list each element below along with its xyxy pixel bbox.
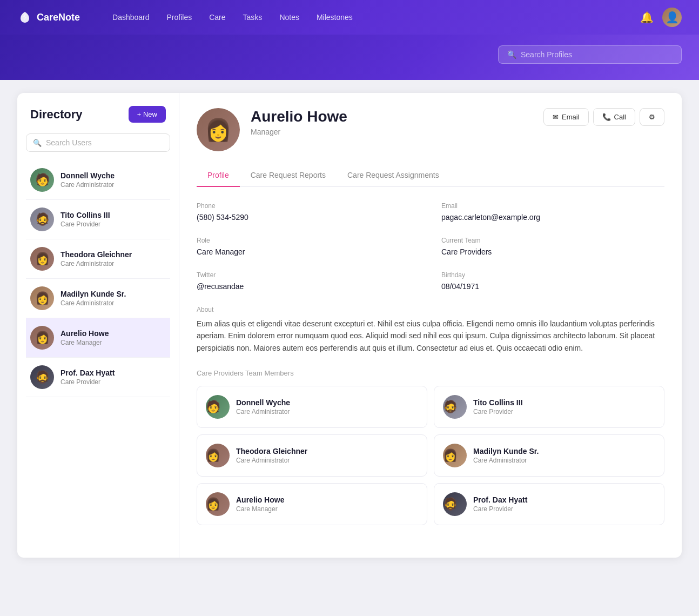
about-section: About Eum alias quis et eligendi vitae d…	[197, 306, 664, 354]
profile-name-area: Aurelio Howe Manager	[251, 108, 543, 136]
user-name: Donnell Wyche	[61, 171, 115, 180]
team-card[interactable]: 🧑 Donnell Wyche Care Administrator	[197, 386, 427, 428]
search-icon: 🔍	[507, 50, 516, 59]
sidebar-title: Directory	[30, 108, 83, 122]
search-profiles-box[interactable]: 🔍	[498, 45, 682, 64]
team-info: Donnell Wyche Care Administrator	[236, 398, 290, 416]
nav-care[interactable]: Care	[209, 13, 225, 22]
main-nav: CareNote Dashboard Profiles Care Tasks N…	[0, 0, 699, 35]
team-avatar: 👩	[443, 444, 467, 467]
avatar: 🧑	[30, 168, 54, 192]
team-member-role: Care Administrator	[236, 408, 290, 416]
team-info: Theodora Gleichner Care Administrator	[236, 447, 307, 464]
user-item[interactable]: 🧔 Tito Collins III Care Provider	[26, 200, 170, 239]
sidebar-header: Directory + New	[26, 106, 170, 123]
new-button[interactable]: + New	[129, 106, 166, 123]
settings-button[interactable]: ⚙	[640, 108, 664, 126]
twitter-value: @recusandae	[197, 282, 420, 291]
main-content: Directory + New 🔍 🧑 Donnell Wyche Care A…	[17, 93, 682, 558]
user-info: Prof. Dax Hyatt Care Provider	[61, 369, 115, 386]
search-area: 🔍	[0, 35, 699, 80]
email-label: Email	[441, 202, 664, 210]
about-text: Eum alias quis et eligendi vitae deserun…	[197, 318, 664, 354]
call-button[interactable]: 📞 Call	[593, 108, 635, 126]
team-member-name: Donnell Wyche	[236, 398, 290, 407]
nav-tasks[interactable]: Tasks	[243, 13, 263, 22]
user-role: Care Provider	[61, 220, 110, 228]
team-member-name: Madilyn Kunde Sr.	[473, 447, 539, 456]
team-info: Tito Collins III Care Provider	[473, 398, 523, 416]
user-item[interactable]: 👩 Madilyn Kunde Sr. Care Administrator	[26, 279, 170, 318]
role-value: Care Manager	[197, 247, 420, 256]
team-card[interactable]: 👩 Aurelio Howe Care Manager	[197, 483, 427, 525]
email-button[interactable]: ✉ Email	[543, 108, 589, 126]
profile-actions: ✉ Email 📞 Call ⚙	[543, 108, 664, 126]
user-name: Madilyn Kunde Sr.	[61, 290, 126, 298]
team-card[interactable]: 👩 Madilyn Kunde Sr. Care Administrator	[434, 434, 664, 477]
avatar: 🧔	[30, 207, 54, 231]
team-grid: 🧑 Donnell Wyche Care Administrator 🧔 Tit…	[197, 386, 664, 525]
team-avatar: 👩	[206, 444, 230, 467]
team-member-role: Care Provider	[473, 505, 527, 513]
tab-care-request-assignments[interactable]: Care Request Assignments	[337, 164, 450, 187]
user-role: Care Manager	[61, 339, 109, 346]
tab-care-request-reports[interactable]: Care Request Reports	[240, 164, 337, 187]
user-info: Madilyn Kunde Sr. Care Administrator	[61, 290, 126, 307]
user-item[interactable]: 👩 Aurelio Howe Care Manager	[26, 318, 170, 358]
team-member-role: Care Provider	[473, 408, 523, 416]
search-profiles-input[interactable]	[521, 50, 673, 59]
team-section: Care Providers Team Members 🧑 Donnell Wy…	[197, 369, 664, 525]
team-member-name: Prof. Dax Hyatt	[473, 496, 527, 504]
app-name: CareNote	[37, 12, 80, 23]
user-role: Care Administrator	[61, 299, 126, 307]
nav-links: Dashboard Profiles Care Tasks Notes Mile…	[112, 13, 640, 22]
team-member-role: Care Administrator	[473, 457, 539, 464]
bell-icon[interactable]: 🔔	[640, 11, 654, 24]
user-name: Aurelio Howe	[61, 329, 109, 338]
team-value: Care Providers	[441, 247, 664, 256]
user-name: Theodora Gleichner	[61, 250, 132, 259]
profile-header: 👩 Aurelio Howe Manager ✉ Email 📞 Call ⚙	[197, 108, 664, 151]
profile-tabs: Profile Care Request Reports Care Reques…	[197, 164, 664, 187]
team-member-name: Aurelio Howe	[236, 496, 284, 504]
team-info: Prof. Dax Hyatt Care Provider	[473, 496, 527, 513]
team-card[interactable]: 👩 Theodora Gleichner Care Administrator	[197, 434, 427, 477]
gear-icon: ⚙	[649, 113, 655, 121]
nav-notes[interactable]: Notes	[279, 13, 299, 22]
user-info: Tito Collins III Care Provider	[61, 211, 110, 228]
twitter-label: Twitter	[197, 271, 420, 279]
user-item[interactable]: 👩 Theodora Gleichner Care Administrator	[26, 239, 170, 279]
phone-value: (580) 534-5290	[197, 213, 420, 222]
email-value: pagac.carleton@example.org	[441, 213, 664, 222]
avatar: 👩	[30, 286, 54, 310]
nav-profiles[interactable]: Profiles	[167, 13, 192, 22]
team-member-name: Tito Collins III	[473, 398, 523, 407]
nav-milestones[interactable]: Milestones	[317, 13, 353, 22]
search-users-box[interactable]: 🔍	[26, 133, 170, 152]
nav-dashboard[interactable]: Dashboard	[112, 13, 150, 22]
team-card[interactable]: 🧔 Tito Collins III Care Provider	[434, 386, 664, 428]
tab-profile[interactable]: Profile	[197, 164, 240, 187]
team-avatar: 👩	[206, 492, 230, 516]
user-item[interactable]: 🧔 Prof. Dax Hyatt Care Provider	[26, 358, 170, 397]
user-info: Donnell Wyche Care Administrator	[61, 171, 115, 189]
user-role: Care Provider	[61, 378, 115, 386]
user-name: Prof. Dax Hyatt	[61, 369, 115, 377]
app-logo[interactable]: CareNote	[17, 10, 80, 25]
user-item[interactable]: 🧑 Donnell Wyche Care Administrator	[26, 160, 170, 200]
team-member-role: Care Administrator	[236, 457, 307, 464]
profile-title: Manager	[251, 128, 543, 136]
profile-name: Aurelio Howe	[251, 108, 543, 125]
user-avatar[interactable]: 👤	[662, 8, 682, 27]
search-users-input[interactable]	[46, 138, 163, 147]
avatar: 👩	[30, 326, 54, 350]
search-users-icon: 🔍	[33, 139, 42, 147]
team-card[interactable]: 🧔 Prof. Dax Hyatt Care Provider	[434, 483, 664, 525]
avatar: 👩	[30, 247, 54, 271]
team-label: Current Team	[441, 237, 664, 244]
role-field: Role Care Manager	[197, 237, 420, 256]
user-info: Aurelio Howe Care Manager	[61, 329, 109, 346]
team-section-title: Care Providers Team Members	[197, 369, 664, 377]
team-field: Current Team Care Providers	[441, 237, 664, 256]
profile-panel: 👩 Aurelio Howe Manager ✉ Email 📞 Call ⚙	[179, 93, 682, 558]
